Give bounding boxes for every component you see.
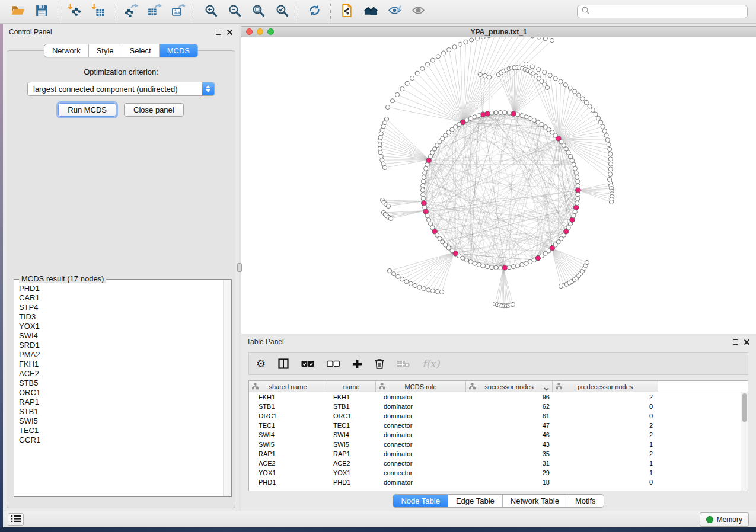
table-cell: dominator <box>376 477 466 487</box>
result-item[interactable]: ACE2 <box>19 369 223 379</box>
result-item[interactable]: PHD1 <box>19 284 223 293</box>
column-header-shared-name[interactable]: shared name <box>249 381 327 392</box>
split-view-icon[interactable] <box>278 358 289 369</box>
export-image-button[interactable] <box>166 2 190 21</box>
table-row[interactable]: ORC1ORC1dominator610 <box>249 411 741 421</box>
open-file-button[interactable] <box>6 2 30 21</box>
close-panel-button[interactable]: Close panel <box>124 103 184 117</box>
table-row[interactable]: STB1STB1dominator620 <box>249 402 741 411</box>
result-item[interactable]: SWI5 <box>19 416 223 426</box>
home-networks-button[interactable] <box>359 2 382 21</box>
criterion-dropdown[interactable]: largest connected component (undirected) <box>27 82 215 96</box>
result-item[interactable]: STB1 <box>19 407 223 416</box>
zoom-selected-button[interactable] <box>270 2 294 21</box>
run-mcds-button[interactable]: Run MCDS <box>58 103 116 117</box>
save-session-button[interactable] <box>30 2 53 21</box>
tab-mcds[interactable]: MCDS <box>160 44 197 57</box>
table-row[interactable]: TEC1TEC1connector472 <box>249 421 741 430</box>
result-item[interactable]: STB5 <box>19 379 223 388</box>
column-label: successor nodes <box>484 383 534 390</box>
tab-network-table[interactable]: Network Table <box>503 495 567 507</box>
table-cell: 29 <box>466 468 553 477</box>
zoom-in-button[interactable] <box>199 2 222 21</box>
scrollbar-thumb[interactable] <box>742 393 747 422</box>
table-row[interactable]: YOX1YOX1connector291 <box>249 468 741 477</box>
delete-table-icon[interactable] <box>397 360 410 368</box>
result-item[interactable]: ORC1 <box>19 388 223 398</box>
tab-style[interactable]: Style <box>89 44 122 57</box>
table-vertical-scrollbar[interactable] <box>741 392 748 491</box>
apply-layout-button[interactable] <box>302 2 326 21</box>
table-cell: YOX1 <box>327 468 376 477</box>
table-row[interactable]: FKH1FKH1dominator962 <box>249 392 741 402</box>
tab-edge-table[interactable]: Edge Table <box>448 495 503 507</box>
column-header-successor-nodes[interactable]: successor nodes <box>466 381 553 392</box>
export-network-icon <box>123 3 138 20</box>
settings-gear-icon[interactable]: ⚙ <box>256 358 266 369</box>
table-cell: dominator <box>376 402 466 411</box>
hide-graphics-details-button[interactable] <box>382 2 406 21</box>
toolbar-separator <box>330 4 331 20</box>
result-item[interactable]: SWI4 <box>19 331 223 341</box>
tab-motifs[interactable]: Motifs <box>567 495 604 507</box>
result-item[interactable]: CAR1 <box>19 293 223 303</box>
table-row[interactable]: SWI4SWI4dominator462 <box>249 430 741 440</box>
result-item[interactable]: FKH1 <box>19 360 223 369</box>
tab-select[interactable]: Select <box>122 44 160 57</box>
sort-chevron-icon[interactable] <box>544 385 549 392</box>
table-cell: 62 <box>466 402 553 411</box>
search-box[interactable] <box>577 5 748 18</box>
table-row[interactable]: RAP1RAP1dominator352 <box>249 449 741 459</box>
tab-network[interactable]: Network <box>44 44 89 57</box>
table-row[interactable]: PHD1PHD1dominator180 <box>249 477 741 487</box>
close-panel-icon[interactable] <box>744 339 750 345</box>
result-item[interactable]: YOX1 <box>19 322 223 331</box>
import-network-button[interactable] <box>62 2 86 21</box>
tab-node-table[interactable]: Node Table <box>393 495 448 507</box>
table-row[interactable]: ACE2ACE2connector311 <box>249 459 741 468</box>
result-item[interactable]: SRD1 <box>19 341 223 350</box>
delete-column-icon[interactable] <box>375 358 384 369</box>
column-header-mcds-role[interactable]: MCDS role <box>376 381 466 392</box>
zoom-out-button[interactable] <box>222 2 246 21</box>
table-cell: PHD1 <box>249 477 327 487</box>
splitter-handle[interactable] <box>237 263 242 272</box>
column-header-name[interactable]: name <box>327 381 376 392</box>
export-table-button[interactable] <box>142 2 166 21</box>
table-cell: RAP1 <box>327 449 376 459</box>
add-column-icon[interactable] <box>352 359 362 369</box>
birdseye-view-button[interactable] <box>406 2 430 21</box>
export-network-button[interactable] <box>119 2 142 21</box>
result-item[interactable]: TEC1 <box>19 426 223 435</box>
function-builder-icon[interactable]: f(x) <box>422 358 439 370</box>
select-all-icon[interactable] <box>301 360 314 367</box>
result-item[interactable]: STP4 <box>19 303 223 312</box>
table-row[interactable]: SWI5SWI5connector431 <box>249 440 741 449</box>
network-view[interactable] <box>241 37 756 334</box>
result-item[interactable]: TID3 <box>19 312 223 322</box>
result-item[interactable]: RAP1 <box>19 398 223 407</box>
column-header-predecessor-nodes[interactable]: predecessor nodes <box>553 381 658 392</box>
float-window-icon[interactable] <box>733 339 738 345</box>
network-canvas[interactable] <box>241 37 756 334</box>
memory-button[interactable]: Memory <box>700 512 749 527</box>
column-label: name <box>343 383 360 390</box>
network-window-titlebar[interactable]: YPA_prune.txt_1 <box>241 26 756 37</box>
result-item[interactable]: GCR1 <box>19 435 223 445</box>
table-panel-titlebar: Table Panel <box>241 334 756 350</box>
column-type-icon <box>379 383 385 391</box>
close-panel-icon[interactable] <box>227 29 233 36</box>
desktop-wallpaper-bottom <box>0 527 756 532</box>
float-window-icon[interactable] <box>216 30 221 35</box>
floppy-disk-icon <box>34 3 49 20</box>
result-list-scrollbar[interactable] <box>223 280 231 496</box>
share-network-document-button[interactable] <box>335 2 359 21</box>
result-item[interactable]: PMA2 <box>19 350 223 360</box>
zoom-fit-button[interactable] <box>246 2 270 21</box>
deselect-all-icon[interactable] <box>327 360 340 367</box>
import-network-icon <box>67 3 82 20</box>
eye-icon <box>411 3 426 20</box>
search-input[interactable] <box>592 8 747 16</box>
task-history-button[interactable] <box>8 513 24 526</box>
import-table-button[interactable] <box>86 2 110 21</box>
